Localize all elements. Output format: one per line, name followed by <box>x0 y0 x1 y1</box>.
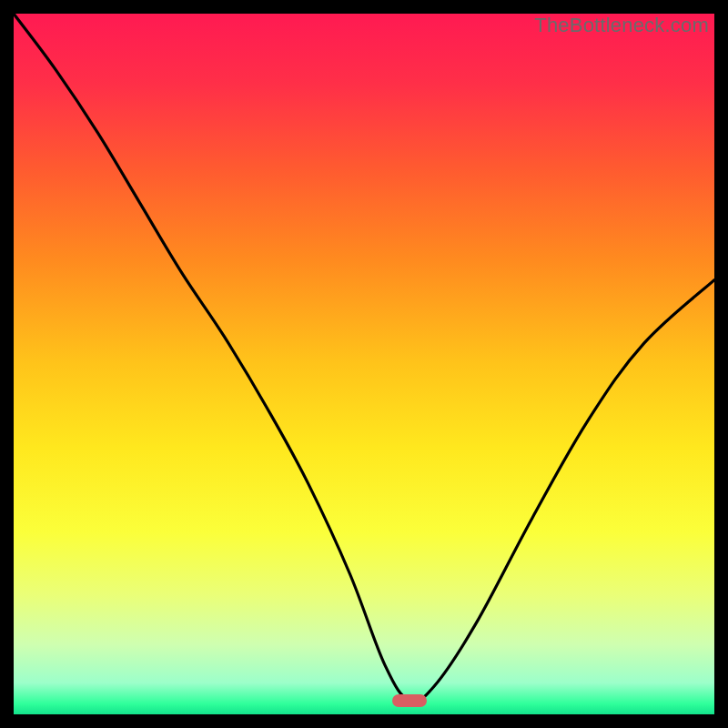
watermark-text: TheBottleneck.com <box>534 14 709 37</box>
curve-layer <box>14 14 714 714</box>
bottleneck-curve <box>14 14 714 702</box>
optimum-marker <box>392 694 427 707</box>
chart-frame: TheBottleneck.com <box>14 14 714 714</box>
